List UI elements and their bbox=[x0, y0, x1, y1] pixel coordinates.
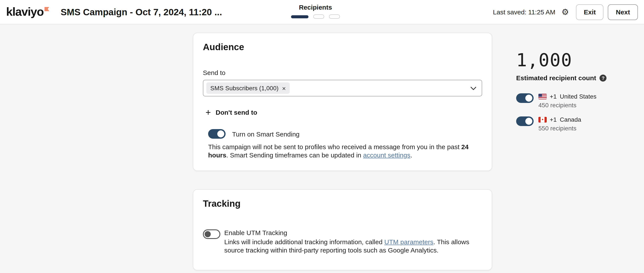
utm-tracking-toggle[interactable] bbox=[203, 229, 220, 239]
current-step-label: Recipients bbox=[299, 3, 332, 11]
smart-sending-description: This campaign will not be sent to profil… bbox=[208, 143, 475, 159]
progress-pills bbox=[291, 14, 340, 19]
progress-pill bbox=[313, 14, 324, 19]
account-settings-link[interactable]: account settings bbox=[363, 151, 410, 159]
recipient-summary-panel: 1,000 Estimated recipient count ? +1 Uni… bbox=[516, 50, 634, 132]
exit-button[interactable]: Exit bbox=[576, 4, 604, 20]
canada-flag-icon bbox=[538, 117, 547, 122]
progress-stepper: Recipients bbox=[291, 3, 340, 19]
canada-toggle[interactable] bbox=[516, 116, 534, 126]
region-recipient-count: 450 recipients bbox=[538, 102, 596, 109]
utm-text-1: Links will include additional tracking i… bbox=[224, 238, 384, 246]
smart-sending-toggle[interactable] bbox=[208, 129, 226, 139]
smart-sending-text-1: This campaign will not be sent to profil… bbox=[208, 143, 462, 150]
utm-parameters-link[interactable]: UTM parameters bbox=[384, 238, 434, 246]
progress-pill bbox=[329, 14, 340, 19]
tracking-card: Tracking Enable UTM Tracking Links will … bbox=[193, 189, 492, 271]
chevron-down-icon[interactable] bbox=[470, 86, 476, 90]
region-row-united-states: +1 United States 450 recipients bbox=[516, 93, 634, 109]
send-to-input[interactable] bbox=[293, 84, 470, 92]
estimated-recipient-count: 1,000 bbox=[516, 50, 634, 71]
send-to-combobox[interactable]: SMS Subscribers (1,000) × bbox=[203, 80, 482, 96]
recipient-count-label: Estimated recipient count bbox=[516, 74, 596, 82]
top-bar: klaviyo SMS Campaign - Oct 7, 2024, 11:2… bbox=[0, 0, 644, 24]
plus-icon: + bbox=[206, 108, 211, 117]
united-states-toggle[interactable] bbox=[516, 93, 534, 103]
region-code: +1 bbox=[550, 116, 557, 123]
region-list: +1 United States 450 recipients +1 Canad… bbox=[516, 93, 634, 132]
recipient-chip-label: SMS Subscribers (1,000) bbox=[210, 85, 278, 92]
region-name: Canada bbox=[560, 116, 581, 123]
gear-icon[interactable]: ⚙ bbox=[562, 8, 569, 16]
tracking-heading: Tracking bbox=[203, 198, 482, 209]
audience-card: Audience Send to SMS Subscribers (1,000)… bbox=[193, 33, 492, 171]
dont-send-to-label: Don't send to bbox=[216, 109, 257, 116]
progress-pill bbox=[291, 15, 308, 18]
send-to-label: Send to bbox=[203, 69, 482, 76]
smart-sending-section: Turn on Smart Sending This campaign will… bbox=[208, 129, 482, 159]
region-row-canada: +1 Canada 550 recipients bbox=[516, 116, 634, 132]
utm-tracking-section: Enable UTM Tracking Links will include a… bbox=[203, 229, 482, 254]
audience-heading: Audience bbox=[203, 42, 482, 52]
main-content: Audience Send to SMS Subscribers (1,000)… bbox=[0, 24, 644, 273]
utm-tracking-description: Links will include additional tracking i… bbox=[224, 238, 475, 254]
smart-sending-label: Turn on Smart Sending bbox=[232, 130, 300, 138]
sms-campaign-page: klaviyo SMS Campaign - Oct 7, 2024, 11:2… bbox=[0, 0, 644, 273]
last-saved-text: Last saved: 11:25 AM bbox=[493, 8, 556, 16]
region-code: +1 bbox=[550, 93, 557, 100]
utm-tracking-label: Enable UTM Tracking bbox=[224, 229, 475, 236]
top-bar-actions: Last saved: 11:25 AM ⚙ Exit Next bbox=[493, 4, 638, 20]
recipient-chip: SMS Subscribers (1,000) × bbox=[206, 82, 290, 94]
smart-sending-text-3: . bbox=[410, 151, 412, 159]
region-recipient-count: 550 recipients bbox=[538, 125, 581, 132]
help-icon[interactable]: ? bbox=[600, 74, 607, 81]
next-button[interactable]: Next bbox=[608, 4, 638, 20]
chip-remove-icon[interactable]: × bbox=[282, 85, 286, 91]
us-flag-icon bbox=[538, 94, 547, 99]
region-name: United States bbox=[560, 93, 596, 100]
smart-sending-text-2: . Smart Sending timeframes can be update… bbox=[226, 151, 363, 159]
dont-send-to-button[interactable]: + Don't send to bbox=[206, 108, 482, 117]
campaign-title: SMS Campaign - Oct 7, 2024, 11:20 ... bbox=[61, 7, 222, 17]
klaviyo-logo-text: klaviyo bbox=[6, 5, 44, 18]
klaviyo-logo[interactable]: klaviyo bbox=[6, 5, 49, 18]
klaviyo-flag-icon bbox=[44, 7, 49, 11]
